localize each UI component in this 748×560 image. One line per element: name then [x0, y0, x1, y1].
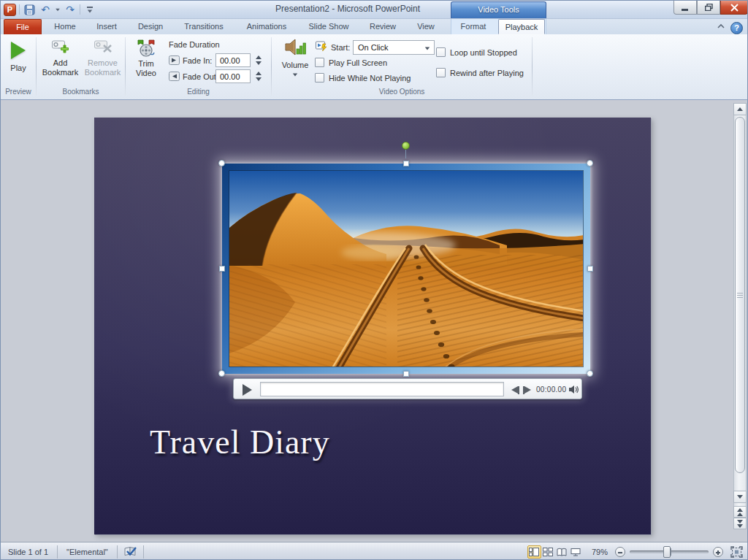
play-full-screen-checkbox[interactable] [315, 58, 324, 67]
scrollbar-thumb[interactable] [735, 117, 745, 473]
volume-label: Volume [276, 61, 314, 70]
tab-view[interactable]: View [408, 19, 443, 34]
close-button[interactable] [720, 1, 748, 15]
media-play-button[interactable] [243, 384, 252, 396]
minimize-ribbon-icon[interactable] [717, 23, 725, 29]
group-label-bookmarks: Bookmarks [37, 88, 125, 96]
customize-qat-button[interactable] [83, 3, 96, 16]
spin-down-icon[interactable] [256, 61, 262, 65]
hide-while-not-playing-checkbox[interactable] [315, 73, 324, 83]
volume-button[interactable]: Volume [276, 37, 314, 90]
slide-show-view-button[interactable] [569, 545, 583, 559]
previous-slide-button[interactable] [733, 506, 747, 518]
save-icon [24, 4, 35, 15]
fade-out-label: Fade Out: [183, 72, 218, 81]
zoom-out-button[interactable] [615, 547, 625, 557]
slide-sorter-icon [543, 548, 553, 556]
rotate-handle-stem [405, 150, 406, 158]
save-button[interactable] [23, 3, 36, 16]
media-progress-bar[interactable] [260, 382, 504, 396]
powerpoint-app-icon[interactable]: P [4, 4, 16, 16]
resize-handle-bottom-left[interactable] [218, 370, 225, 377]
minimize-button[interactable] [673, 1, 697, 15]
fade-in-input[interactable] [215, 53, 251, 67]
tab-review[interactable]: Review [362, 19, 404, 34]
tab-home[interactable]: Home [46, 19, 84, 34]
media-mute-button[interactable] [568, 385, 579, 394]
resize-handle-top[interactable] [403, 161, 409, 166]
tab-design[interactable]: Design [131, 19, 170, 34]
scroll-down-button[interactable] [733, 491, 747, 503]
move-forward-button[interactable] [523, 386, 534, 394]
fit-to-window-button[interactable] [730, 546, 743, 558]
tab-insert[interactable]: Insert [88, 19, 125, 34]
resize-handle-right[interactable] [587, 266, 593, 272]
help-button[interactable]: ? [730, 22, 743, 34]
status-bar: Slide 1 of 1 "Elemental" [1, 542, 748, 560]
tab-format[interactable]: Format [454, 19, 493, 34]
contextual-tab-header: Video Tools [451, 1, 546, 18]
rotate-handle[interactable] [402, 142, 410, 150]
start-dropdown[interactable]: On Click [353, 40, 435, 55]
add-bookmark-label: Add Bookmark [39, 58, 81, 77]
resize-handle-top-left[interactable] [218, 160, 225, 166]
add-bookmark-button[interactable]: Add Bookmark [39, 39, 81, 85]
reading-view-button[interactable] [555, 545, 569, 559]
dropdown-caret-icon [425, 47, 430, 50]
tab-transitions[interactable]: Transitions [175, 19, 233, 34]
group-label-preview: Preview [1, 88, 36, 96]
maximize-button[interactable] [697, 1, 720, 15]
undo-button[interactable]: ↶ [39, 3, 52, 16]
powerpoint-window: P ↶ ↷ [0, 0, 748, 560]
resize-handle-left[interactable] [219, 266, 225, 272]
remove-bookmark-icon [94, 39, 112, 56]
zoom-percent[interactable]: 79% [589, 548, 611, 556]
remove-bookmark-label: Remove Bookmark [82, 58, 123, 77]
resize-handle-bottom[interactable] [403, 371, 409, 377]
redo-button[interactable]: ↷ [64, 3, 77, 16]
arrow-up-icon [737, 107, 743, 111]
tab-animations[interactable]: Animations [237, 19, 296, 34]
group-editing: Trim Video Fade Duration Fade In: [126, 34, 271, 100]
resize-handle-top-right[interactable] [587, 160, 593, 166]
play-button[interactable]: Play [2, 39, 34, 83]
group-label-video-options: Video Options [272, 88, 532, 96]
volume-dropdown-icon [293, 74, 297, 77]
divider [57, 545, 58, 559]
normal-view-button[interactable] [527, 545, 541, 559]
trim-video-icon [137, 39, 156, 58]
tab-slide-show[interactable]: Slide Show [300, 19, 357, 34]
slide-canvas[interactable]: 00:00.00 Travel Diary [94, 118, 651, 534]
zoom-in-button[interactable] [713, 547, 723, 557]
spell-check-icon[interactable] [123, 546, 137, 557]
spin-up-icon[interactable] [256, 55, 262, 59]
theme-name[interactable]: "Elemental" [64, 548, 111, 556]
remove-bookmark-button[interactable]: Remove Bookmark [82, 39, 123, 85]
zoom-slider-thumb[interactable] [663, 546, 671, 558]
fade-out-input[interactable] [215, 69, 251, 83]
customize-qat-icon [87, 7, 93, 13]
tab-file[interactable]: File [4, 19, 42, 34]
video-object[interactable] [222, 164, 590, 374]
zoom-slider[interactable] [630, 551, 709, 553]
scroll-up-button[interactable] [733, 103, 747, 115]
slide-indicator[interactable]: Slide 1 of 1 [5, 548, 51, 556]
group-bookmarks: Add Bookmark Remove Bookmark Bookmarks [37, 34, 125, 100]
tab-playback[interactable]: Playback [498, 19, 545, 34]
spin-up-icon[interactable] [256, 72, 262, 75]
slide-title-text[interactable]: Travel Diary [150, 423, 330, 461]
hide-while-not-playing-label: Hide While Not Playing [329, 74, 411, 83]
trim-video-button[interactable]: Trim Video [127, 39, 165, 85]
resize-handle-bottom-right[interactable] [587, 370, 593, 377]
double-down-icon [737, 520, 743, 528]
fade-in-label: Fade In: [183, 56, 212, 65]
fade-out-spinner[interactable] [253, 69, 264, 83]
fade-in-spinner[interactable] [253, 53, 264, 67]
move-back-button[interactable] [511, 386, 522, 394]
rewind-after-playing-checkbox[interactable] [436, 68, 446, 77]
spin-down-icon[interactable] [256, 77, 262, 81]
next-slide-button[interactable] [733, 518, 747, 529]
slide-sorter-view-button[interactable] [541, 545, 555, 559]
loop-until-stopped-checkbox[interactable] [436, 47, 446, 57]
undo-dropdown-arrow[interactable] [56, 8, 60, 11]
